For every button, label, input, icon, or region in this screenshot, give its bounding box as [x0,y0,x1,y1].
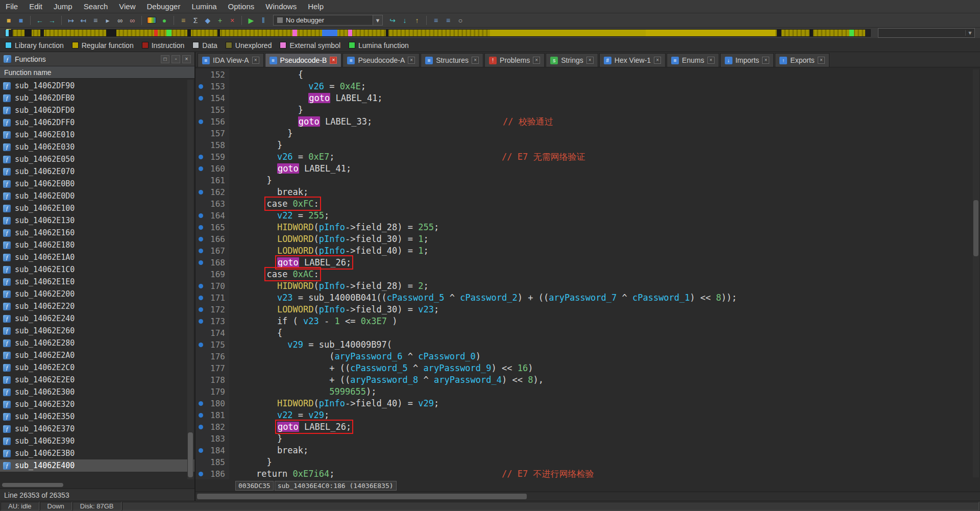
function-row[interactable]: fsub_14062E320 [0,398,194,410]
tab-close-button[interactable]: × [654,57,661,64]
code-hscrollbar[interactable] [195,492,980,501]
tab-problems[interactable]: !Problems× [484,53,545,67]
scrollbar-thumb[interactable] [197,494,527,499]
step-over-icon[interactable]: ↪ [387,15,398,26]
tab-strings[interactable]: sStrings× [546,53,598,67]
debug-windows-icon[interactable]: ≡ [430,15,442,26]
pseudocode-view[interactable]: 152 {153 v26 = 0x4E;154 goto LABEL_41;15… [195,67,980,479]
code-line[interactable]: 173 if ( v23 - 1 <= 0x3E7 ) [195,315,980,327]
function-row[interactable]: fsub_14062E280 [0,337,194,349]
code-line[interactable]: 180 HIDWORD(pInfo->field_40) = v29; [195,398,980,409]
code-line[interactable]: 157 } [195,128,980,139]
code-line[interactable]: 167 LODWORD(pInfo->field_40) = 1; [195,245,980,257]
jump-to-address-icon[interactable]: ↦ [65,15,77,26]
function-row[interactable]: fsub_14062E400 [0,459,194,472]
code-line[interactable]: 184 break; [195,445,980,456]
function-row[interactable]: fsub_14062E160 [0,227,194,239]
code-line[interactable]: 165 HIDWORD(pInfo->field_28) = 255; [195,222,980,233]
code-line[interactable]: 186 return 0xE7i64; // E7 不进行网络检验 [195,468,980,479]
function-row[interactable]: fsub_14062E2E0 [0,374,194,386]
tab-hex-view-1[interactable]: #Hex View-1× [599,53,666,67]
code-line[interactable]: 169 case 0xAC: [195,269,980,280]
function-row[interactable]: fsub_14062E050 [0,153,194,165]
add-breakpoint-icon[interactable]: + [214,15,226,26]
code-line[interactable]: 155 } [195,104,980,116]
column-header-function-name[interactable]: Function name [0,66,194,79]
function-row[interactable]: fsub_14062E390 [0,435,194,447]
function-row[interactable]: fsub_14062E030 [0,141,194,153]
code-line[interactable]: 156 goto LABEL_33; // 校验通过 [195,116,980,128]
function-row[interactable]: fsub_14062E370 [0,423,194,435]
function-row[interactable]: fsub_14062E3B0 [0,447,194,459]
panel-restore-button[interactable]: □ [161,55,169,63]
nav-right-box[interactable]: ▼ [878,28,975,38]
scrollbar-thumb[interactable] [973,200,978,256]
jump-by-name-icon[interactable]: ↤ [78,15,89,26]
code-line[interactable]: 162 break; [195,186,980,198]
code-line[interactable]: 175 v29 = sub_140009B97( [195,339,980,351]
function-list-hscrollbar[interactable] [0,481,194,489]
function-row[interactable]: fsub_14062E2A0 [0,349,194,361]
code-line[interactable]: 172 LODWORD(pInfo->field_30) = v23; [195,304,980,315]
function-row[interactable]: fsub_14062E070 [0,165,194,178]
demangle-icon[interactable]: ≡ [178,15,189,26]
save-icon[interactable]: ■ [15,15,27,26]
code-scrollbar[interactable] [973,69,979,477]
snapshot-icon[interactable]: ○ [455,15,466,26]
tab-close-button[interactable]: × [586,57,594,64]
menu-item-jump[interactable]: Jump [48,0,78,13]
code-line[interactable]: 163 case 0xFC: [195,198,980,210]
tab-close-button[interactable]: × [533,57,540,64]
navigation-band[interactable] [5,29,871,37]
function-row[interactable]: fsub_14062E220 [0,300,194,312]
code-line[interactable]: 183 } [195,433,980,445]
structs-icon[interactable]: Σ [190,15,201,26]
code-line[interactable]: 182 goto LABEL_26; [195,421,980,433]
tab-close-button[interactable]: × [252,57,259,64]
code-line[interactable]: 178 + ((aryPassword_8 ^ aryPassword_4) <… [195,374,980,386]
code-line[interactable]: 179 5999655); [195,386,980,398]
function-row[interactable]: fsub_14062E1C0 [0,263,194,276]
menu-item-windows[interactable]: Windows [260,0,302,13]
tab-pseudocode-b[interactable]: ≡Pseudocode-B× [265,53,342,67]
tab-pseudocode-a[interactable]: ≡Pseudocode-A× [342,53,420,67]
open-file-icon[interactable]: ■ [3,15,14,26]
menu-item-debugger[interactable]: Debugger [141,0,186,13]
menu-item-lumina[interactable]: Lumina [186,0,222,13]
function-row[interactable]: fsub_14062E240 [0,312,194,325]
function-row[interactable]: fsub_14062E100 [0,202,194,214]
cancel-icon[interactable]: × [227,15,238,26]
tab-imports[interactable]: ↓Imports× [720,53,774,67]
function-row[interactable]: fsub_14062DFF0 [0,116,194,129]
function-row[interactable]: fsub_14062DFB0 [0,92,194,104]
function-row[interactable]: fsub_14062E0D0 [0,190,194,202]
function-list-scrollbar[interactable] [187,80,193,479]
code-line[interactable]: 176 (aryPassword_6 ^ cPassword_0) [195,351,980,362]
code-line[interactable]: 170 HIDWORD(pInfo->field_28) = 2; [195,280,980,292]
menu-item-options[interactable]: Options [223,0,260,13]
tab-close-button[interactable]: × [818,57,825,64]
scrollbar-thumb[interactable] [2,483,63,487]
function-row[interactable]: fsub_14062E350 [0,410,194,423]
lumina-status-icon[interactable]: ● [159,15,170,26]
tab-close-button[interactable]: × [408,57,415,64]
graph-view-icon[interactable]: ◆ [202,15,213,26]
code-line[interactable]: 153 v26 = 0x4E; [195,81,980,92]
run-until-icon[interactable]: ↑ [411,15,423,26]
function-row[interactable]: fsub_14062E010 [0,129,194,141]
menu-item-view[interactable]: View [113,0,141,13]
code-line[interactable]: 152 { [195,69,980,81]
code-line[interactable]: 159 v26 = 0xE7; // E7 无需网络验证 [195,151,980,163]
code-line[interactable]: 158 } [195,139,980,151]
chevron-down-icon[interactable]: ▼ [373,15,382,25]
tab-ida-view-a[interactable]: ≡IDA View-A× [198,53,264,67]
code-line[interactable]: 181 v22 = v29; [195,409,980,421]
code-line[interactable]: 177 + ((cPassword_5 ^ aryPassword_9) << … [195,362,980,374]
jump-function-icon[interactable]: ≡ [90,15,101,26]
function-row[interactable]: fsub_14062E260 [0,325,194,337]
function-row[interactable]: fsub_14062E2C0 [0,361,194,374]
menu-item-file[interactable]: File [0,0,23,13]
code-line[interactable]: 171 v23 = sub_14000B041((cPassword_5 ^ c… [195,292,980,304]
search-next-icon[interactable]: ∞ [127,15,138,26]
tab-structures[interactable]: ≡Structures× [421,53,483,67]
